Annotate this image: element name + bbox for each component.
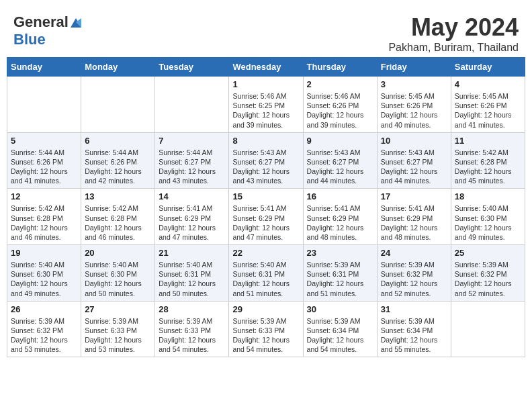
day-header-thursday: Thursday: [303, 58, 377, 77]
calendar-cell: 1Sunrise: 5:46 AM Sunset: 6:25 PM Daylig…: [229, 77, 303, 133]
day-info: Sunrise: 5:42 AM Sunset: 6:28 PM Dayligh…: [455, 148, 521, 186]
calendar-week-3: 12Sunrise: 5:42 AM Sunset: 6:28 PM Dayli…: [7, 189, 525, 245]
day-number: 26: [11, 304, 77, 314]
calendar-cell: 21Sunrise: 5:40 AM Sunset: 6:31 PM Dayli…: [155, 245, 229, 302]
day-info: Sunrise: 5:43 AM Sunset: 6:27 PM Dayligh…: [307, 148, 373, 186]
day-info: Sunrise: 5:40 AM Sunset: 6:30 PM Dayligh…: [85, 260, 151, 298]
day-number: 4: [455, 79, 521, 89]
day-info: Sunrise: 5:40 AM Sunset: 6:30 PM Dayligh…: [11, 260, 77, 298]
day-header-monday: Monday: [81, 58, 155, 77]
calendar-cell: [7, 77, 81, 133]
calendar-cell: 8Sunrise: 5:43 AM Sunset: 6:27 PM Daylig…: [229, 132, 303, 189]
title-block: May 2024 Pakham, Buriram, Thailand: [388, 13, 519, 54]
day-number: 13: [85, 191, 151, 201]
calendar-cell: 12Sunrise: 5:42 AM Sunset: 6:28 PM Dayli…: [7, 189, 81, 245]
calendar-week-1: 1Sunrise: 5:46 AM Sunset: 6:25 PM Daylig…: [7, 77, 525, 133]
day-number: 17: [381, 191, 447, 201]
calendar-cell: 10Sunrise: 5:43 AM Sunset: 6:27 PM Dayli…: [377, 132, 451, 189]
day-info: Sunrise: 5:39 AM Sunset: 6:33 PM Dayligh…: [232, 316, 299, 355]
calendar-cell: 17Sunrise: 5:41 AM Sunset: 6:29 PM Dayli…: [377, 189, 451, 245]
calendar-cell: [155, 77, 229, 133]
day-info: Sunrise: 5:39 AM Sunset: 6:33 PM Dayligh…: [85, 316, 151, 355]
day-number: 7: [159, 136, 225, 146]
calendar-cell: 24Sunrise: 5:39 AM Sunset: 6:32 PM Dayli…: [377, 245, 451, 302]
day-number: 25: [455, 248, 521, 258]
day-info: Sunrise: 5:39 AM Sunset: 6:31 PM Dayligh…: [307, 260, 373, 298]
day-number: 3: [381, 79, 447, 89]
calendar-cell: 20Sunrise: 5:40 AM Sunset: 6:30 PM Dayli…: [81, 245, 155, 302]
calendar-cell: 26Sunrise: 5:39 AM Sunset: 6:32 PM Dayli…: [7, 301, 81, 357]
calendar-cell: 22Sunrise: 5:40 AM Sunset: 6:31 PM Dayli…: [229, 245, 303, 302]
calendar-cell: 13Sunrise: 5:42 AM Sunset: 6:28 PM Dayli…: [81, 189, 155, 245]
calendar-cell: 4Sunrise: 5:45 AM Sunset: 6:26 PM Daylig…: [451, 77, 525, 133]
day-number: 5: [11, 136, 77, 146]
day-number: 15: [232, 191, 299, 201]
calendar-header-row: SundayMondayTuesdayWednesdayThursdayFrid…: [7, 58, 525, 77]
day-info: Sunrise: 5:42 AM Sunset: 6:28 PM Dayligh…: [11, 203, 77, 242]
day-header-wednesday: Wednesday: [229, 58, 303, 77]
calendar-cell: 27Sunrise: 5:39 AM Sunset: 6:33 PM Dayli…: [81, 301, 155, 357]
calendar-cell: 2Sunrise: 5:46 AM Sunset: 6:26 PM Daylig…: [303, 77, 377, 133]
day-number: 1: [232, 79, 299, 89]
day-number: 23: [307, 248, 373, 258]
logo-blue: Blue: [13, 31, 46, 48]
calendar-cell: 5Sunrise: 5:44 AM Sunset: 6:26 PM Daylig…: [7, 132, 81, 189]
calendar-cell: 25Sunrise: 5:39 AM Sunset: 6:32 PM Dayli…: [451, 245, 525, 302]
day-number: 2: [307, 79, 373, 89]
day-info: Sunrise: 5:39 AM Sunset: 6:33 PM Dayligh…: [159, 316, 225, 355]
calendar-cell: 29Sunrise: 5:39 AM Sunset: 6:33 PM Dayli…: [229, 301, 303, 357]
day-info: Sunrise: 5:40 AM Sunset: 6:31 PM Dayligh…: [232, 260, 299, 298]
day-info: Sunrise: 5:45 AM Sunset: 6:26 PM Dayligh…: [381, 91, 447, 130]
day-number: 24: [381, 248, 447, 258]
calendar-cell: [81, 77, 155, 133]
day-number: 16: [307, 191, 373, 201]
calendar-cell: 16Sunrise: 5:41 AM Sunset: 6:29 PM Dayli…: [303, 189, 377, 245]
day-info: Sunrise: 5:45 AM Sunset: 6:26 PM Dayligh…: [455, 91, 521, 130]
day-info: Sunrise: 5:41 AM Sunset: 6:29 PM Dayligh…: [159, 203, 225, 242]
calendar-table: SundayMondayTuesdayWednesdayThursdayFrid…: [7, 57, 525, 357]
calendar-cell: 18Sunrise: 5:40 AM Sunset: 6:30 PM Dayli…: [451, 189, 525, 245]
day-number: 29: [232, 304, 299, 314]
day-info: Sunrise: 5:44 AM Sunset: 6:27 PM Dayligh…: [159, 148, 225, 186]
main-title: May 2024: [388, 13, 519, 42]
day-info: Sunrise: 5:42 AM Sunset: 6:28 PM Dayligh…: [85, 203, 151, 242]
day-info: Sunrise: 5:39 AM Sunset: 6:32 PM Dayligh…: [455, 260, 521, 298]
day-number: 20: [85, 248, 151, 258]
day-info: Sunrise: 5:44 AM Sunset: 6:26 PM Dayligh…: [85, 148, 151, 186]
day-header-tuesday: Tuesday: [155, 58, 229, 77]
calendar-cell: 3Sunrise: 5:45 AM Sunset: 6:26 PM Daylig…: [377, 77, 451, 133]
calendar-cell: 14Sunrise: 5:41 AM Sunset: 6:29 PM Dayli…: [155, 189, 229, 245]
day-number: 11: [455, 136, 521, 146]
calendar-week-2: 5Sunrise: 5:44 AM Sunset: 6:26 PM Daylig…: [7, 132, 525, 189]
day-header-friday: Friday: [377, 58, 451, 77]
day-header-sunday: Sunday: [7, 58, 81, 77]
day-number: 14: [159, 191, 225, 201]
calendar-cell: 7Sunrise: 5:44 AM Sunset: 6:27 PM Daylig…: [155, 132, 229, 189]
day-info: Sunrise: 5:46 AM Sunset: 6:26 PM Dayligh…: [307, 91, 373, 130]
calendar-cell: 9Sunrise: 5:43 AM Sunset: 6:27 PM Daylig…: [303, 132, 377, 189]
day-number: 19: [11, 248, 77, 258]
day-number: 21: [159, 248, 225, 258]
day-info: Sunrise: 5:40 AM Sunset: 6:30 PM Dayligh…: [455, 203, 521, 242]
day-number: 30: [307, 304, 373, 314]
calendar-cell: 31Sunrise: 5:39 AM Sunset: 6:34 PM Dayli…: [377, 301, 451, 357]
calendar-cell: 19Sunrise: 5:40 AM Sunset: 6:30 PM Dayli…: [7, 245, 81, 302]
day-info: Sunrise: 5:43 AM Sunset: 6:27 PM Dayligh…: [381, 148, 447, 186]
calendar-week-5: 26Sunrise: 5:39 AM Sunset: 6:32 PM Dayli…: [7, 301, 525, 357]
day-number: 9: [307, 136, 373, 146]
calendar-cell: 28Sunrise: 5:39 AM Sunset: 6:33 PM Dayli…: [155, 301, 229, 357]
day-number: 6: [85, 136, 151, 146]
logo: General Blue: [13, 13, 83, 48]
day-info: Sunrise: 5:39 AM Sunset: 6:32 PM Dayligh…: [11, 316, 77, 355]
logo-general: General: [13, 13, 69, 31]
calendar-cell: 30Sunrise: 5:39 AM Sunset: 6:34 PM Dayli…: [303, 301, 377, 357]
day-number: 12: [11, 191, 77, 201]
calendar-cell: 23Sunrise: 5:39 AM Sunset: 6:31 PM Dayli…: [303, 245, 377, 302]
day-info: Sunrise: 5:41 AM Sunset: 6:29 PM Dayligh…: [381, 203, 447, 242]
day-number: 22: [232, 248, 299, 258]
day-number: 8: [232, 136, 299, 146]
calendar-week-4: 19Sunrise: 5:40 AM Sunset: 6:30 PM Dayli…: [7, 245, 525, 302]
day-number: 27: [85, 304, 151, 314]
calendar-cell: 15Sunrise: 5:41 AM Sunset: 6:29 PM Dayli…: [229, 189, 303, 245]
day-info: Sunrise: 5:40 AM Sunset: 6:31 PM Dayligh…: [159, 260, 225, 298]
